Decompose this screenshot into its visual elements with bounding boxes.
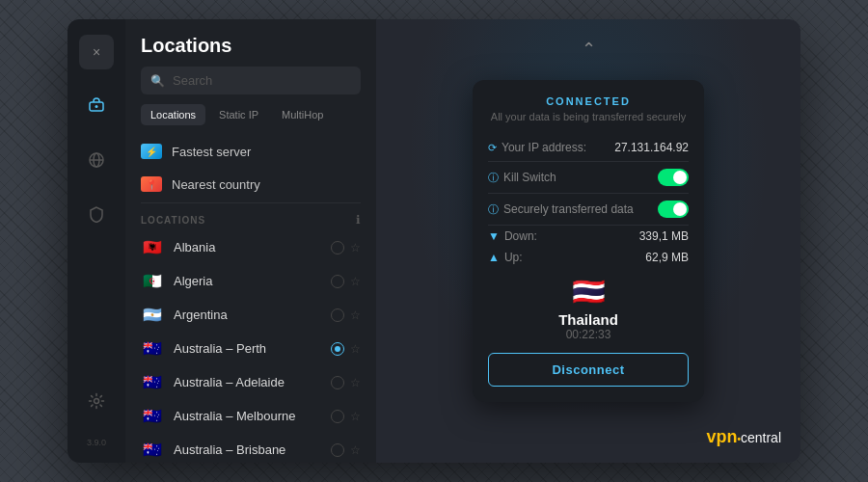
nearest-country-option[interactable]: 📍 Nearest country	[133, 168, 368, 201]
location-name-argentina: Argentina	[174, 308, 321, 322]
radio-albania[interactable]	[331, 241, 344, 254]
disconnect-button[interactable]: Disconnect	[488, 353, 689, 387]
nearest-label: Nearest country	[172, 177, 260, 192]
ip-label: ⟳ Your IP address:	[488, 141, 586, 154]
location-item[interactable]: 🇦🇷 Argentina ☆	[133, 298, 368, 332]
up-label: ▲ Up:	[488, 251, 523, 264]
radio-brisbane[interactable]	[331, 443, 344, 457]
svg-point-5	[95, 399, 99, 404]
tab-multihop[interactable]: MultiHop	[272, 104, 333, 125]
chevron-up-icon[interactable]: ⌃	[582, 39, 596, 60]
kill-switch-row: ⓘ Kill Switch	[488, 162, 689, 194]
location-item-perth[interactable]: 🇦🇺 Australia – Perth ☆	[133, 332, 368, 365]
location-item[interactable]: 🇦🇺 Australia – Melbourne ☆	[133, 399, 368, 433]
ip-icon: ⟳	[488, 142, 497, 154]
location-item[interactable]: 🇦🇱 Albania ☆	[133, 230, 368, 264]
globe-icon[interactable]	[79, 143, 114, 177]
sidebar: ×	[68, 19, 125, 463]
location-name-algeria: Algeria	[174, 274, 321, 288]
ip-row: ⟳ Your IP address: 27.131.164.92	[488, 134, 689, 162]
radio-perth[interactable]	[331, 342, 344, 356]
radio-argentina[interactable]	[331, 308, 344, 322]
close-button[interactable]: ×	[79, 35, 114, 69]
tabs-row: Locations Static IP MultiHop	[141, 104, 361, 125]
star-brisbane[interactable]: ☆	[350, 443, 361, 457]
flag-au-adelaide: 🇦🇺	[141, 373, 164, 391]
location-actions: ☆	[331, 308, 361, 322]
fastest-icon: ⚡	[141, 144, 162, 159]
star-algeria[interactable]: ☆	[350, 275, 361, 288]
section-label: LOCATIONS	[141, 215, 205, 226]
down-label: ▼ Down:	[488, 229, 537, 243]
shield-icon[interactable]	[79, 197, 114, 231]
location-actions: ☆	[331, 443, 361, 457]
up-value: 62,9 MB	[645, 251, 689, 264]
fastest-server-option[interactable]: ⚡ Fastest server	[133, 135, 368, 168]
vpn-icon[interactable]	[79, 89, 114, 123]
star-albania[interactable]: ☆	[350, 241, 361, 254]
nearest-icon: 📍	[141, 176, 162, 192]
right-panel: ⌃ CONNECTED All your data is being trans…	[376, 19, 800, 463]
settings-icon[interactable]	[79, 384, 114, 418]
app-container: ×	[68, 19, 800, 463]
location-name-perth: Australia – Perth	[174, 341, 321, 356]
connection-time: 00:22:33	[488, 328, 689, 341]
down-value: 339,1 MB	[639, 229, 689, 243]
flag-algeria: 🇩🇿	[141, 272, 164, 290]
location-name-albania: Albania	[174, 240, 321, 254]
flag-argentina: 🇦🇷	[141, 306, 164, 324]
secure-data-label: ⓘ Securely transferred data	[488, 202, 634, 217]
vpn-text: vpn	[706, 427, 737, 446]
location-item[interactable]: 🇦🇺 Australia – Brisbane ☆	[133, 433, 368, 463]
sidebar-bottom: 3.9.0	[79, 384, 114, 447]
vpn-central-logo: vpn•central	[706, 427, 781, 447]
svg-point-1	[95, 105, 98, 108]
flag-au-brisbane: 🇦🇺	[141, 441, 164, 459]
location-item[interactable]: 🇦🇺 Australia – Adelaide ☆	[133, 365, 368, 399]
radio-adelaide[interactable]	[331, 376, 344, 389]
country-flag: 🇹🇭	[488, 276, 689, 308]
kill-switch-label: ⓘ Kill Switch	[488, 171, 556, 185]
fastest-label: Fastest server	[172, 145, 251, 159]
divider	[141, 202, 361, 203]
central-text: central	[741, 430, 781, 445]
search-box[interactable]: 🔍 Search	[141, 67, 361, 94]
down-arrow-icon: ▼	[488, 229, 500, 243]
star-melbourne[interactable]: ☆	[350, 410, 361, 423]
panel-title: Locations	[141, 35, 361, 57]
up-arrow-icon: ▲	[488, 251, 500, 264]
search-input[interactable]: Search	[173, 73, 351, 88]
location-actions: ☆	[331, 342, 361, 356]
connected-subtitle: All your data is being transferred secur…	[488, 111, 689, 122]
ip-value: 27.131.164.92	[614, 141, 689, 154]
locations-panel: Locations 🔍 Search Locations Static IP M…	[125, 19, 376, 463]
secure-info-icon: ⓘ	[488, 202, 499, 217]
location-actions: ☆	[331, 275, 361, 288]
country-display: 🇹🇭 Thailand 00:22:33	[488, 268, 689, 353]
country-name: Thailand	[488, 311, 689, 328]
location-actions: ☆	[331, 410, 361, 423]
star-adelaide[interactable]: ☆	[350, 376, 361, 389]
radio-melbourne[interactable]	[331, 410, 344, 423]
flag-au-perth: 🇦🇺	[141, 339, 164, 358]
flag-au-melbourne: 🇦🇺	[141, 407, 164, 425]
star-perth[interactable]: ☆	[350, 342, 361, 356]
up-row: ▲ Up: 62,9 MB	[488, 247, 689, 268]
flag-albania: 🇦🇱	[141, 238, 164, 256]
locations-list: ⚡ Fastest server 📍 Nearest country LOCAT…	[125, 135, 376, 463]
location-actions: ☆	[331, 241, 361, 254]
location-item[interactable]: 🇩🇿 Algeria ☆	[133, 264, 368, 298]
star-argentina[interactable]: ☆	[350, 308, 361, 322]
connected-badge: CONNECTED	[488, 95, 689, 107]
tab-locations[interactable]: Locations	[141, 104, 205, 125]
section-info-icon[interactable]: ℹ	[356, 213, 361, 227]
kill-switch-toggle[interactable]	[658, 169, 689, 186]
down-row: ▼ Down: 339,1 MB	[488, 226, 689, 247]
radio-algeria[interactable]	[331, 275, 344, 288]
version-label: 3.9.0	[87, 438, 106, 447]
location-actions: ☆	[331, 376, 361, 389]
tab-static-ip[interactable]: Static IP	[209, 104, 268, 125]
panel-header: Locations 🔍 Search Locations Static IP M…	[125, 19, 376, 135]
secure-data-toggle[interactable]	[658, 201, 689, 218]
location-name-melbourne: Australia – Melbourne	[174, 409, 321, 423]
